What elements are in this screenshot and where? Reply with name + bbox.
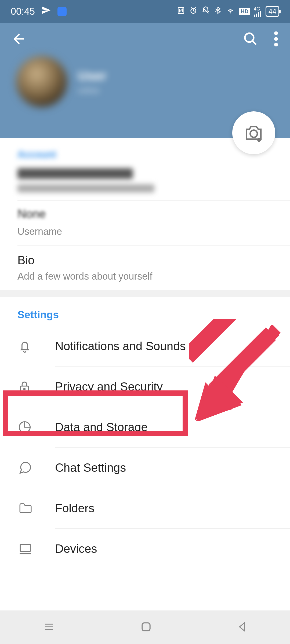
bio-value: Bio	[17, 254, 273, 267]
settings-chat-row[interactable]: Chat Settings	[0, 448, 290, 488]
battery-icon: 44	[266, 6, 279, 17]
svg-rect-1	[254, 14, 255, 17]
username-label: Username	[17, 226, 273, 237]
svg-rect-23	[142, 623, 150, 631]
profile-header: User online	[0, 23, 290, 138]
mobile-signal-icon: 4G	[254, 6, 262, 17]
svg-rect-3	[258, 12, 259, 16]
back-button[interactable]	[11, 31, 27, 48]
folder-icon	[15, 502, 55, 515]
section-divider	[0, 290, 290, 297]
notifications-off-icon	[201, 6, 210, 17]
svg-point-8	[274, 43, 278, 46]
username-value: None	[17, 207, 273, 221]
status-bar: 00:45 HD 4G	[0, 0, 290, 23]
lock-icon	[15, 379, 55, 394]
settings-notifications-label: Notifications and Sounds	[55, 339, 186, 353]
nfc-icon	[177, 6, 185, 17]
settings-folders-row[interactable]: Folders	[0, 488, 290, 528]
settings-privacy-label: Privacy and Security	[55, 380, 163, 393]
bell-icon	[15, 339, 55, 353]
nav-recent-button[interactable]	[42, 621, 55, 633]
svg-rect-4	[260, 11, 261, 17]
svg-point-11	[24, 388, 25, 390]
status-time: 00:45	[11, 6, 35, 17]
username-row[interactable]: None Username	[0, 201, 290, 245]
svg-point-7	[274, 37, 278, 41]
settings-chat-label: Chat Settings	[55, 461, 126, 474]
account-section-title: Account	[17, 149, 273, 160]
profile-name: User	[78, 68, 107, 83]
bluetooth-icon	[214, 6, 222, 17]
wifi-icon	[226, 6, 235, 17]
nav-home-button[interactable]	[140, 621, 152, 634]
alarm-icon	[189, 6, 198, 17]
svg-point-6	[274, 31, 278, 35]
settings-data-row[interactable]: Data and Storage	[0, 407, 290, 447]
avatar[interactable]	[16, 56, 67, 107]
settings-notifications-row[interactable]: Notifications and Sounds	[0, 326, 290, 366]
svg-point-9	[250, 130, 258, 137]
nav-back-button[interactable]	[237, 621, 248, 634]
search-button[interactable]	[243, 31, 258, 47]
more-options-button[interactable]	[274, 31, 278, 47]
svg-point-5	[245, 33, 254, 42]
pie-chart-icon	[15, 420, 55, 434]
chat-bubble-icon	[15, 460, 55, 475]
hd-icon: HD	[239, 8, 250, 15]
telegram-icon	[41, 5, 51, 17]
svg-rect-2	[256, 13, 257, 16]
battery-level: 44	[269, 7, 276, 16]
settings-devices-label: Devices	[55, 542, 97, 555]
monitor-icon	[15, 542, 55, 555]
bio-hint: Add a few words about yourself	[17, 271, 273, 282]
settings-section-title: Settings	[0, 297, 290, 326]
system-nav-bar	[0, 610, 290, 644]
change-photo-button[interactable]	[232, 111, 275, 154]
app-indicator-icon	[57, 7, 67, 16]
profile-status: online	[78, 86, 107, 95]
settings-data-label: Data and Storage	[55, 420, 148, 434]
bio-row[interactable]: Bio Add a few words about yourself	[0, 246, 290, 290]
svg-rect-13	[20, 544, 30, 551]
settings-privacy-row[interactable]: Privacy and Security	[0, 367, 290, 407]
settings-devices-row[interactable]: Devices	[0, 529, 290, 569]
settings-folders-label: Folders	[55, 502, 95, 515]
